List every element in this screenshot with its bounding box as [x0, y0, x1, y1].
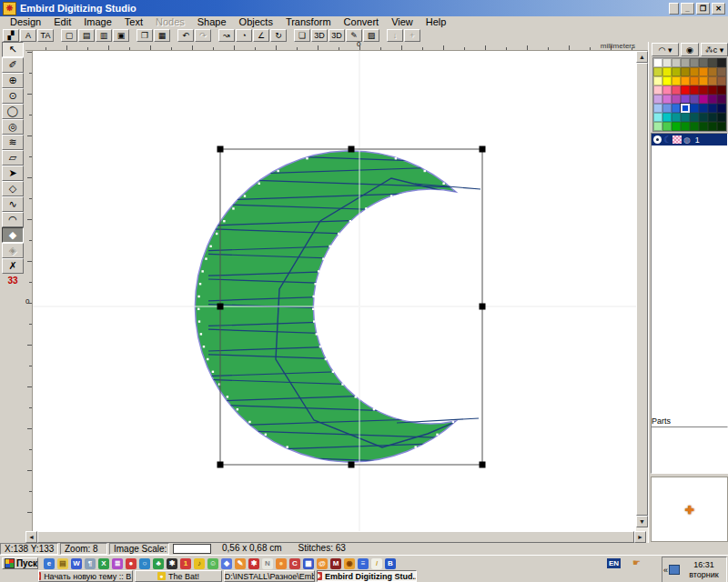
palette-swatch[interactable]	[662, 104, 672, 113]
palette-swatch[interactable]	[662, 85, 672, 95]
pin-icon[interactable]: ✎	[235, 558, 246, 569]
selection-handle[interactable]	[217, 146, 224, 153]
palette-swatch[interactable]	[653, 85, 662, 95]
media-player-icon[interactable]: ●	[126, 558, 136, 569]
palette-swatch[interactable]	[681, 58, 690, 67]
palette-swatch[interactable]	[699, 104, 708, 113]
visibility-eye-icon[interactable]	[653, 135, 662, 144]
menu-edit[interactable]: Edit	[47, 16, 77, 28]
monogram-button[interactable]: TA	[37, 29, 54, 42]
density-gauge-button[interactable]: ◔	[236, 29, 252, 42]
task-embird[interactable]: ❋Embird Digitizing Stud...	[317, 570, 417, 582]
globe-icon[interactable]: ○	[139, 558, 150, 569]
column-tool[interactable]: ◆	[2, 227, 24, 243]
palette-swatch[interactable]	[708, 113, 717, 122]
disc-icon[interactable]: ◉	[344, 558, 355, 569]
undo-button[interactable]: ↶	[177, 29, 194, 42]
palette-swatch[interactable]	[717, 67, 726, 76]
patch-shape-tool[interactable]: ◇	[2, 181, 24, 196]
palette-swatch[interactable]	[717, 76, 726, 85]
scroll-down-button[interactable]: ▼	[636, 516, 648, 527]
palette-swatch[interactable]	[681, 76, 690, 85]
curve-speed-button[interactable]: ↝	[218, 29, 235, 42]
palette-swatch[interactable]	[681, 85, 690, 95]
palette-swatch[interactable]	[672, 113, 681, 122]
stitches-3d-button[interactable]: 3D	[329, 29, 345, 42]
task-forum[interactable]: ✉Начать новую тему :: В...	[38, 570, 133, 582]
palette-swatch[interactable]	[672, 58, 681, 67]
palette-swatch[interactable]	[708, 58, 717, 67]
selection-handle[interactable]	[217, 304, 224, 310]
menu-shape[interactable]: Shape	[191, 16, 233, 28]
stitch-mode-button[interactable]: ⁂c ▾	[701, 43, 728, 56]
paste-button[interactable]: ▦	[154, 29, 170, 42]
palette-swatch[interactable]	[699, 122, 708, 131]
scroll-right-button[interactable]: ►	[634, 531, 646, 543]
sfumato-tool[interactable]: ≋	[2, 135, 24, 150]
palette-swatch[interactable]	[717, 95, 726, 104]
selection-handle[interactable]	[480, 304, 486, 310]
menu-design[interactable]: Design	[4, 16, 47, 28]
palette-swatch[interactable]	[662, 122, 672, 131]
bug-icon[interactable]: ✱	[167, 558, 177, 569]
palette-swatch[interactable]	[681, 104, 690, 113]
tray-collapse-icon[interactable]: «	[663, 566, 668, 575]
object-list[interactable]: ☾ ◍ 1	[651, 133, 728, 460]
zigzag-tool[interactable]: ∿	[2, 196, 24, 212]
open-button[interactable]: ▤	[78, 29, 95, 42]
plant-icon[interactable]: ♣	[153, 558, 164, 569]
menu-help[interactable]: Help	[420, 16, 453, 28]
selection-handle[interactable]	[349, 146, 355, 153]
1c-icon[interactable]: 1	[180, 558, 191, 569]
system-button[interactable]	[669, 3, 679, 15]
palette-swatch[interactable]	[653, 76, 662, 85]
angle-button[interactable]: ∠	[253, 29, 269, 42]
tray-hand-icon[interactable]: ☛	[632, 557, 641, 567]
palette-swatch[interactable]	[662, 58, 672, 67]
stitch-mark-tool[interactable]: ✗	[2, 258, 24, 274]
restore-button[interactable]: ❐	[696, 3, 710, 15]
palette-swatch[interactable]	[708, 104, 717, 113]
palette-swatch[interactable]	[653, 67, 662, 76]
scroll-up-button[interactable]: ▲	[636, 51, 648, 63]
minimize-button[interactable]: _	[681, 3, 694, 15]
palette-swatch[interactable]	[662, 76, 672, 85]
thread-button[interactable]: ◉	[681, 43, 699, 56]
palette-swatch[interactable]	[708, 76, 717, 85]
swirl-icon[interactable]: @	[317, 558, 328, 569]
palette-swatch[interactable]	[690, 113, 699, 122]
palette-swatch[interactable]	[672, 67, 681, 76]
palette-swatch[interactable]	[653, 122, 662, 131]
selection-handle[interactable]	[480, 462, 486, 468]
orange-ball-icon[interactable]: ●	[276, 558, 287, 569]
save-button[interactable]: ▣	[113, 29, 129, 42]
palette-swatch[interactable]	[681, 95, 690, 104]
import-button[interactable]: ▥	[96, 29, 112, 42]
rotate-button[interactable]: ↻	[270, 29, 287, 42]
horizontal-scroll-thumb[interactable]	[37, 531, 634, 543]
fill-hole-tool[interactable]: ◎	[2, 119, 24, 135]
palette-swatch[interactable]	[681, 113, 690, 122]
books-icon[interactable]: ≣	[112, 558, 123, 569]
palette-swatch[interactable]	[699, 58, 708, 67]
internet-explorer-icon[interactable]: e	[44, 558, 55, 569]
palette-swatch[interactable]	[662, 67, 672, 76]
word-icon[interactable]: W	[71, 558, 82, 569]
menu-view[interactable]: View	[385, 16, 420, 28]
windows-icon[interactable]: ▦	[303, 558, 314, 569]
zoom-tool[interactable]: ⊕	[2, 73, 24, 88]
view-3d-button[interactable]: 3D	[311, 29, 328, 42]
palette-swatch[interactable]	[708, 67, 717, 76]
palette-swatch[interactable]	[690, 76, 699, 85]
parts-list[interactable]	[651, 426, 728, 474]
wordpad-icon[interactable]: ¶	[85, 558, 96, 569]
star-icon[interactable]: ✱	[248, 558, 259, 569]
palette-swatch[interactable]	[717, 85, 726, 95]
lettering-button[interactable]: A	[20, 29, 36, 42]
palette-swatch[interactable]	[717, 122, 726, 131]
language-indicator[interactable]: EN	[607, 558, 621, 568]
tray-network-icon[interactable]	[669, 565, 680, 575]
palette-swatch[interactable]	[699, 95, 708, 104]
task-thebat[interactable]: ●The Bat!	[135, 570, 222, 582]
close-button[interactable]: ✕	[712, 3, 725, 15]
